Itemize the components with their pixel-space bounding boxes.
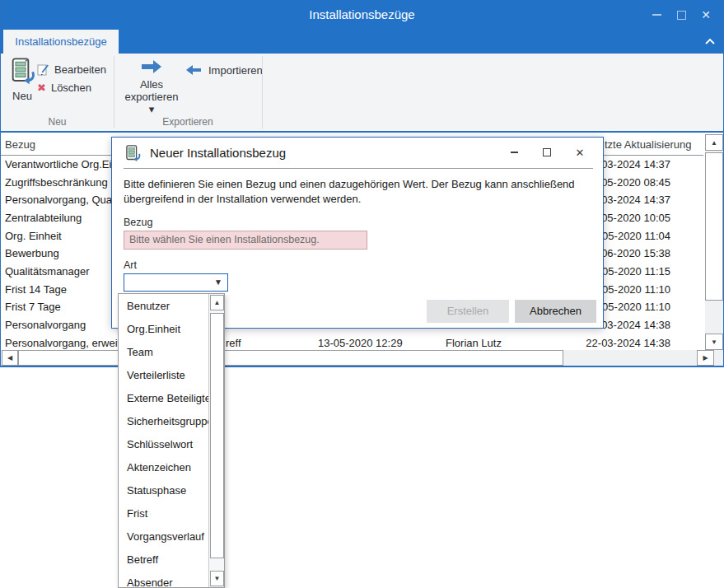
cell-art: reff <box>226 337 241 349</box>
scroll-down-icon: ▼ <box>214 575 221 582</box>
maximize-icon <box>677 11 686 20</box>
ribbon: Neu Bearbeiten ✖ Löschen Alles <box>1 54 723 133</box>
minimize-icon <box>511 152 518 153</box>
cell-bezug: Zugriffsbeschränkung <box>5 176 108 189</box>
minimize-icon <box>652 14 661 16</box>
close-icon: ✕ <box>576 147 585 158</box>
export-all-label-line1: Alles <box>122 78 181 91</box>
dropdown-item-aktenzeichen[interactable]: Aktenzeichen <box>119 456 208 479</box>
dropdown-item-schluesselwort[interactable]: Schlüsselwort <box>119 433 208 456</box>
bezug-field-label: Bezug <box>124 217 152 228</box>
scroll-up-icon: ▲ <box>711 139 717 147</box>
dropdown-item-org-einheit[interactable]: Org.Einheit <box>119 318 208 341</box>
new-button[interactable]: Neu <box>5 57 40 108</box>
dropdown-item-frist[interactable]: Frist <box>119 502 208 525</box>
cell-bezug: Personalvorgang, Qualit <box>5 194 119 206</box>
tab-strip: Installationsbezüge <box>1 30 723 54</box>
import-arrow-icon <box>185 64 203 76</box>
create-button[interactable]: Erstellen <box>427 300 509 323</box>
dropdown-item-vorgangsverlauf[interactable]: Vorgangsverlauf <box>119 525 208 548</box>
vertical-scrollbar[interactable]: ▲ ▼ <box>705 134 723 350</box>
art-combobox[interactable]: ▼ <box>124 273 228 292</box>
cell-updated: 22-03-2024 14:38 <box>569 337 670 349</box>
dropdown-item-absender[interactable]: Absender <box>119 572 208 588</box>
bezug-input[interactable]: Bitte wählen Sie einen Installationsbezu… <box>124 231 367 250</box>
dropdown-item-statusphase[interactable]: Statusphase <box>119 479 208 502</box>
cancel-button[interactable]: Abbrechen <box>515 300 596 323</box>
dialog-maximize-button[interactable] <box>530 142 563 162</box>
art-field-label: Art <box>124 259 137 271</box>
ribbon-collapse-button[interactable] <box>703 35 717 49</box>
dropdown-item-sicherheitsgruppe[interactable]: Sicherheitsgruppe <box>119 410 208 433</box>
close-button[interactable]: ✕ <box>694 3 718 26</box>
horizontal-scrollbar-thumb[interactable] <box>18 350 563 366</box>
column-header-letzte-aktualisierung[interactable]: tzte Aktualisierung <box>605 138 692 151</box>
dropdown-scrollbar[interactable]: ▲ ▼ <box>208 294 224 587</box>
dropdown-item-externe-beteiligte[interactable]: Externe Beteiligte <box>119 387 208 410</box>
window-controls: ✕ <box>644 0 718 30</box>
dialog-minimize-button[interactable] <box>497 142 530 162</box>
cell-bezug: Org. Einheit <box>5 230 62 242</box>
ribbon-group-neu-label: Neu <box>1 116 114 128</box>
scroll-down-icon: ▼ <box>711 338 717 346</box>
maximize-icon <box>543 148 551 156</box>
delete-button-label: Löschen <box>51 82 91 94</box>
cell-bezug: Personalvorgang <box>5 319 86 331</box>
export-all-button[interactable]: Alles exportieren ▾ <box>122 58 181 115</box>
chevron-up-icon <box>703 35 717 49</box>
minimize-button[interactable] <box>644 3 669 26</box>
scroll-left-button[interactable]: ◀ <box>2 350 18 366</box>
dropdown-scroll-down-button[interactable]: ▼ <box>210 571 224 586</box>
dialog-title: Neuer Installationsbezug <box>150 146 286 160</box>
cell-bezug: Qualitätsmanager <box>5 265 90 278</box>
screen: Installationsbezüge ✕ Installationsbezüg… <box>0 0 724 588</box>
cell-user: Florian Lutz <box>446 337 502 349</box>
dropdown-item-verteilerliste[interactable]: Verteilerliste <box>119 364 208 387</box>
scroll-left-icon: ◀ <box>7 354 12 362</box>
delete-x-icon: ✖ <box>37 82 46 93</box>
scroll-right-button[interactable]: ▶ <box>697 350 714 366</box>
ribbon-group-separator <box>262 56 263 128</box>
cell-created: 13-05-2020 12:29 <box>318 337 403 349</box>
export-arrow-icon <box>139 58 164 75</box>
cell-bezug: Verantwortliche Org.Einh <box>5 158 124 170</box>
close-icon: ✕ <box>701 9 711 21</box>
edit-button-label: Bearbeiten <box>54 63 106 76</box>
import-button[interactable]: Importieren <box>185 63 263 77</box>
dropdown-item-team[interactable]: Team <box>119 341 208 364</box>
export-all-label-line2: exportieren ▾ <box>122 91 181 115</box>
scroll-down-button[interactable]: ▼ <box>705 334 723 350</box>
tab-installationsbezuege[interactable]: Installationsbezüge <box>3 30 119 54</box>
cell-bezug: Bewerbung <box>5 247 59 259</box>
cell-bezug: Zentralabteilung <box>5 212 82 224</box>
titlebar: Installationsbezüge <box>1 0 723 30</box>
scroll-up-button[interactable]: ▲ <box>705 134 723 151</box>
window-title: Installationsbezüge <box>1 0 723 30</box>
dropdown-item-benutzer[interactable]: Benutzer <box>119 295 208 318</box>
scroll-up-icon: ▲ <box>214 299 221 306</box>
dialog-close-button[interactable]: ✕ <box>563 142 596 162</box>
dropdown-item-betreff[interactable]: Betreff <box>119 548 208 572</box>
horizontal-scrollbar[interactable]: ◀ ▶ <box>1 350 723 366</box>
scroll-right-icon: ▶ <box>703 354 708 362</box>
dialog-controls: ✕ <box>497 142 596 162</box>
new-button-label: Neu <box>5 90 40 102</box>
edit-pencil-icon <box>37 63 49 76</box>
column-header-bezug[interactable]: Bezug <box>5 138 35 151</box>
dialog-description-line2: übergreifend in der Installation verwend… <box>124 192 590 207</box>
dialog-description-line1: Bitte definieren Sie einen Bezug und ein… <box>124 177 590 192</box>
cell-bezug: Personalvorgang, erweiter <box>5 337 130 349</box>
art-dropdown-list: Benutzer Org.Einheit Team Verteilerliste… <box>118 293 225 588</box>
delete-button[interactable]: ✖ Löschen <box>37 80 91 95</box>
dropdown-scroll-up-button[interactable]: ▲ <box>210 295 224 310</box>
ribbon-group-exportieren-label: Exportieren <box>114 116 262 128</box>
vertical-scrollbar-thumb[interactable] <box>705 152 723 301</box>
server-new-icon <box>9 57 35 85</box>
maximize-button[interactable] <box>669 3 694 26</box>
cell-bezug: Frist 14 Tage <box>5 283 67 296</box>
edit-button[interactable]: Bearbeiten <box>37 62 106 77</box>
cell-bezug: Frist 7 Tage <box>5 301 61 313</box>
dropdown-scrollbar-thumb[interactable] <box>210 313 224 558</box>
dialog-server-icon <box>124 144 141 162</box>
dialog-header-separator <box>124 168 593 169</box>
